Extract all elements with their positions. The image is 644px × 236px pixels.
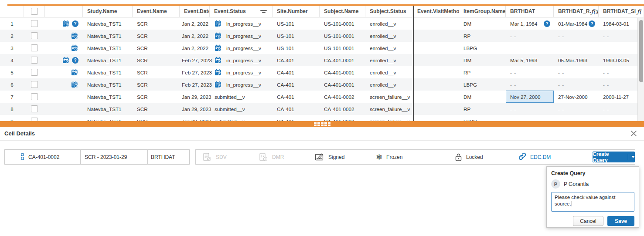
cell-event-status[interactable]: submitted__v [210,91,273,103]
cell-study[interactable]: Natevba_TST1 [83,17,133,30]
cell-site[interactable]: CA-401 [273,103,320,115]
row-checkbox[interactable] [31,20,38,27]
row-checkbox[interactable] [31,32,38,39]
cell-event-date[interactable]: Jan 29, 2023 [180,91,210,103]
cell-event-name[interactable]: SCR [133,115,180,121]
cell-subject[interactable]: CA-401-0001 [320,66,365,78]
cell-item-group[interactable]: LBPG [459,115,506,121]
cell-subject-status[interactable]: enrolled__v [365,78,413,91]
cell-subject-status[interactable]: enrolled__v [365,66,413,78]
column-header-event_status[interactable]: Event.Status [210,6,273,17]
column-header-event_name[interactable]: Event.Name [133,6,180,17]
cell-subject-status[interactable]: enrolled__v [365,17,413,30]
calendar-clock-icon[interactable] [215,32,222,40]
cell-event-status[interactable]: in_progress__v [210,66,273,78]
cell-site[interactable]: US-101 [273,17,320,30]
cell-event-name[interactable]: SCR [133,103,180,115]
column-header-brthdat[interactable]: BRTHDAT [506,6,554,17]
cell-study[interactable]: Natevba_TST1 [83,42,133,54]
cell-visit-method[interactable] [413,78,459,91]
cell-brthdat-r[interactable]: 27-Nov-2000 [554,91,599,103]
cell-subject-status[interactable]: enrolled__v [365,54,413,66]
cell-brthdat-r[interactable]: - - [554,115,599,121]
cell-brthdat[interactable]: - - [506,103,554,115]
cell-event-date[interactable]: Feb 27, 2023 [180,78,210,91]
create-query-button[interactable]: Create Query [593,152,635,162]
cell-site[interactable]: CA-401 [273,54,320,66]
cell-visit-method[interactable] [413,17,459,30]
cell-site[interactable]: CA-401 [273,115,320,121]
cell-event-date[interactable]: Jan 2, 2022 [180,17,210,30]
calendar-clock-icon[interactable] [215,69,222,76]
cell-checkbox[interactable] [24,66,45,78]
calendar-clock-icon[interactable] [62,20,70,27]
question-icon[interactable]: ? [544,20,550,27]
row-checkbox[interactable] [31,81,38,88]
cell-subject[interactable]: CA-401-0002 [320,91,365,103]
cell-visit-method[interactable] [413,66,459,78]
cell-checkbox[interactable] [24,54,45,66]
cell-event-date[interactable]: Jan 2, 2022 [180,42,210,54]
cell-site[interactable]: US-101 [273,42,320,54]
cell-subject-status[interactable]: screen_failure__v [365,91,413,103]
row-checkbox[interactable] [31,118,38,121]
column-header-subject[interactable]: Subject.Name [320,6,365,17]
cell-study[interactable]: Natevba_TST1 [83,54,133,66]
calendar-clock-icon[interactable] [71,69,78,76]
splitter-grip-icon[interactable] [314,122,331,126]
cell-item-group[interactable]: RP [459,103,506,115]
cell-subject[interactable]: CA-401-0001 [320,78,365,91]
status-locked[interactable]: Locked [455,150,483,164]
edc-link[interactable]: EDC.DM [518,150,551,164]
cell-brthdat-r[interactable]: 01-Mar-1984? [554,17,599,30]
cell-item-group[interactable]: RP [459,30,506,42]
cell-brthdat[interactable]: Mar 1, 1984? [506,17,554,30]
column-header-subject_status[interactable]: Subject.Status [365,6,413,17]
cell-subject[interactable]: CA-401-0002 [320,115,365,121]
cell-event-name[interactable]: SCR [133,54,180,66]
cell-visit-method[interactable] [413,42,459,54]
select-all-checkbox[interactable] [31,8,38,15]
cell-site[interactable]: CA-401 [273,78,320,91]
cell-checkbox[interactable] [24,42,45,54]
column-header-brthdat_si[interactable]: BRTHDAT_SIƒ( [599,6,644,17]
cell-brthdat-r[interactable]: - - [554,30,599,42]
cell-subject[interactable]: CA-401-0001 [320,54,365,66]
cell-brthdat[interactable]: - - [506,42,554,54]
cell-brthdat-r[interactable]: - - [554,42,599,54]
row-checkbox[interactable] [31,105,38,112]
question-icon[interactable]: ? [589,20,595,27]
cell-subject-status[interactable]: screen_failure__v [365,103,413,115]
cell-visit-method[interactable] [413,54,459,66]
cell-event-date[interactable]: Feb 27, 2023 [180,54,210,66]
panel-splitter[interactable] [0,121,644,127]
cell-event-status[interactable]: in_progress__v [210,30,273,42]
cell-event-date[interactable]: Feb 27, 2023 [180,66,210,78]
cell-item-group[interactable]: RP [459,66,506,78]
cell-visit-method[interactable] [413,103,459,115]
cell-event-name[interactable]: SCR [133,66,180,78]
cell-study[interactable]: Natevba_TST1 [83,91,133,103]
cell-item-group[interactable]: LBPG [459,42,506,54]
calendar-clock-icon[interactable] [71,32,78,40]
cell-brthdat-r[interactable]: 05-Mar-1993 [554,54,599,66]
cell-study[interactable]: Natevba_TST1 [83,78,133,91]
cell-event-status[interactable]: in_progress__v [210,78,273,91]
cell-checkbox[interactable] [24,91,45,103]
cell-item-group[interactable]: LBPG [459,78,506,91]
cell-item-group[interactable]: DM [459,91,506,103]
cell-site[interactable]: CA-401 [273,66,320,78]
cell-subject[interactable]: US-101-0001 [320,42,365,54]
question-icon[interactable]: ? [72,57,78,64]
column-header-brthdat_r[interactable]: BRTHDAT_R.ƒ(x) [554,6,599,17]
cell-study[interactable]: Natevba_TST1 [83,103,133,115]
cell-site[interactable]: CA-401 [273,91,320,103]
calendar-clock-icon[interactable] [71,44,78,52]
row-checkbox[interactable] [31,69,38,76]
status-signed[interactable]: Signed [315,150,344,164]
calendar-clock-icon[interactable] [215,81,222,88]
cell-item-group[interactable]: DM [459,17,506,30]
cell-study[interactable]: Natevba_TST1 [83,30,133,42]
cell-visit-method[interactable] [413,91,459,103]
cell-brthdat[interactable]: - - [506,30,554,42]
